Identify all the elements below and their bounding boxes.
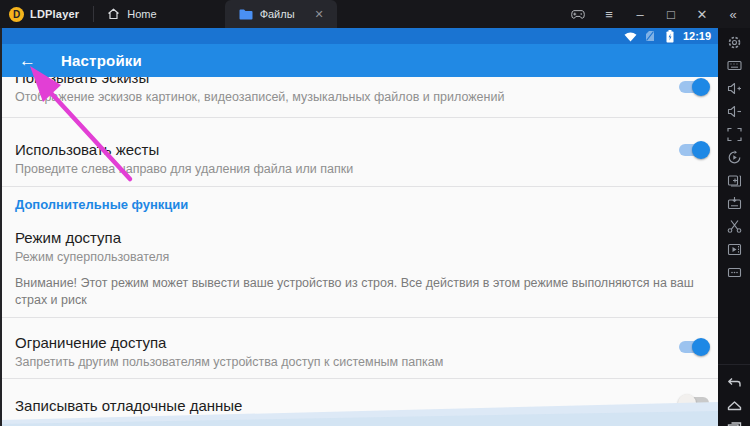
app-brand: D LDPlayer — [0, 0, 93, 28]
screen-record-icon[interactable] — [727, 242, 742, 257]
setting-title: Использовать жесты — [15, 139, 666, 160]
toggle-knob — [692, 141, 710, 159]
setting-row-gestures[interactable]: Использовать жесты Проведите слева напра… — [15, 139, 666, 177]
tab-files-label: Файлы — [260, 8, 295, 20]
toggle-knob — [692, 78, 710, 96]
settings-gear-icon[interactable] — [727, 35, 742, 50]
tab-close-icon[interactable]: ✕ — [315, 8, 324, 21]
debug-log-toggle[interactable] — [678, 394, 710, 412]
setting-subtitle: Отображение эскизов картинок, видеозапис… — [15, 89, 666, 105]
battery-icon — [663, 29, 678, 44]
toggle-knob — [678, 394, 696, 412]
app-name: LDPlayer — [30, 8, 79, 20]
tab-files[interactable]: Файлы ✕ — [225, 0, 337, 28]
volume-down-icon[interactable] — [727, 104, 742, 119]
ldplayer-logo-icon: D — [9, 7, 24, 22]
divider — [2, 186, 718, 187]
nav-back-icon[interactable] — [727, 375, 742, 390]
tab-home-label: Home — [127, 8, 156, 20]
setting-row-access-mode[interactable]: Режим доступа Режим суперпользователя — [15, 227, 666, 265]
home-tab-icon — [106, 7, 121, 22]
back-arrow-icon[interactable]: ← — [19, 52, 36, 69]
page-title: Настройки — [61, 52, 142, 69]
settings-list: Показывать эскизы Отображение эскизов ка… — [2, 77, 718, 426]
minimize-icon[interactable]: – — [633, 7, 647, 21]
main-area: 12:19 ← Настройки Показывать эскизы Отоб… — [0, 28, 750, 426]
collapse-sidebar-icon[interactable]: « — [726, 7, 740, 21]
access-restriction-toggle[interactable] — [678, 338, 710, 356]
setting-title: Записывать отладочные данные — [15, 395, 666, 416]
setting-title: Режим доступа — [15, 227, 666, 248]
screenshot-cut-icon[interactable] — [727, 219, 742, 234]
setting-title: Показывать эскизы — [15, 77, 666, 88]
more-options-icon[interactable] — [727, 265, 742, 280]
settings-header: ← Настройки — [2, 44, 718, 77]
tab-home[interactable]: Home — [94, 0, 178, 28]
setting-subtitle: Режим суперпользователя — [15, 249, 666, 265]
titlebar-spacer — [337, 0, 571, 28]
android-nav-group — [718, 364, 750, 426]
setting-subtitle: Запретить другим пользователям устройств… — [15, 354, 666, 370]
volume-up-icon[interactable] — [727, 81, 742, 96]
root-mode-warning: Внимание! Этот режим может вывести ваше … — [15, 275, 709, 308]
sync-rotate-icon[interactable] — [727, 150, 742, 165]
fullscreen-icon[interactable] — [727, 127, 742, 142]
setting-row-debug-log[interactable]: Записывать отладочные данные — [15, 395, 666, 416]
emulator-screen: 12:19 ← Настройки Показывать эскизы Отоб… — [0, 28, 718, 426]
close-window-icon[interactable]: ✕ — [695, 7, 709, 21]
menu-icon[interactable]: ≡ — [602, 7, 616, 21]
android-status-bar: 12:19 — [2, 28, 718, 44]
gestures-toggle[interactable] — [678, 141, 710, 159]
title-bar: D LDPlayer Home Файлы ✕ ≡ – □ ✕ « — [0, 0, 750, 28]
divider — [2, 117, 718, 118]
keyboard-icon[interactable] — [727, 58, 742, 73]
maximize-icon[interactable]: □ — [664, 7, 678, 21]
gamepad-icon[interactable] — [571, 7, 585, 21]
setting-row-access-restriction[interactable]: Ограничение доступа Запретить другим пол… — [15, 332, 666, 370]
wifi-icon — [623, 29, 638, 44]
divider — [2, 378, 718, 379]
ldplayer-toolbar — [718, 28, 750, 426]
window-controls: ≡ – □ ✕ « — [571, 0, 750, 28]
setting-row-thumbnails[interactable]: Показывать эскизы Отображение эскизов ка… — [15, 77, 666, 105]
status-time: 12:19 — [683, 31, 711, 42]
thumbnails-toggle[interactable] — [678, 78, 710, 96]
install-apk-icon[interactable] — [727, 196, 742, 211]
toggle-knob — [692, 338, 710, 356]
no-sim-icon — [643, 29, 658, 44]
setting-title: Ограничение доступа — [15, 332, 666, 353]
nav-recents-icon[interactable] — [727, 421, 742, 426]
nav-home-icon[interactable] — [727, 398, 742, 413]
section-advanced-label: Дополнительные функции — [15, 197, 188, 212]
folder-icon — [239, 7, 254, 22]
ldplayer-window: D LDPlayer Home Файлы ✕ ≡ – □ ✕ « — [0, 0, 750, 426]
divider — [2, 317, 718, 318]
multi-window-icon[interactable] — [727, 173, 742, 188]
setting-subtitle: Проведите слева направо для удаления фай… — [15, 161, 666, 177]
